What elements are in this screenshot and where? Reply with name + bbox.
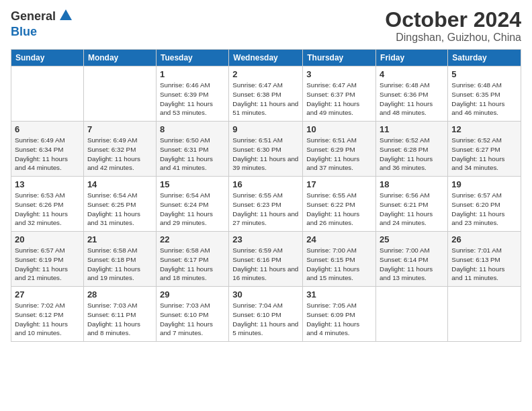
title-area: October 2024 Dingshan, Guizhou, China — [385, 8, 521, 44]
day-info: Sunrise: 7:00 AMSunset: 6:14 PMDaylight:… — [380, 246, 433, 281]
table-row: 30 Sunrise: 7:04 AMSunset: 6:10 PMDaylig… — [229, 287, 303, 342]
header-wednesday: Wednesday — [229, 50, 303, 66]
day-number: 17 — [306, 179, 372, 189]
table-row — [83, 66, 156, 122]
table-row: 3 Sunrise: 6:47 AMSunset: 6:37 PMDayligh… — [303, 66, 376, 122]
table-row: 4 Sunrise: 6:48 AMSunset: 6:36 PMDayligh… — [376, 66, 448, 122]
table-row: 27 Sunrise: 7:02 AMSunset: 6:12 PMDaylig… — [11, 287, 84, 342]
svg-marker-0 — [60, 9, 72, 20]
table-row: 2 Sunrise: 6:47 AMSunset: 6:38 PMDayligh… — [229, 66, 303, 122]
table-row: 15 Sunrise: 6:54 AMSunset: 6:24 PMDaylig… — [156, 177, 228, 232]
day-number: 19 — [451, 179, 517, 189]
day-number: 20 — [15, 234, 80, 244]
day-number: 2 — [232, 69, 299, 79]
day-info: Sunrise: 7:04 AMSunset: 6:10 PMDaylight:… — [232, 302, 298, 336]
table-row: 20 Sunrise: 6:57 AMSunset: 6:19 PMDaylig… — [11, 232, 84, 287]
day-info: Sunrise: 6:50 AMSunset: 6:31 PMDaylight:… — [160, 136, 213, 171]
calendar-week-row: 1 Sunrise: 6:46 AMSunset: 6:39 PMDayligh… — [11, 66, 521, 122]
day-info: Sunrise: 6:56 AMSunset: 6:21 PMDaylight:… — [380, 191, 433, 226]
day-number: 1 — [160, 69, 225, 79]
day-info: Sunrise: 7:03 AMSunset: 6:11 PMDaylight:… — [87, 302, 140, 336]
day-number: 29 — [160, 289, 225, 300]
day-info: Sunrise: 6:58 AMSunset: 6:18 PMDaylight:… — [87, 246, 140, 281]
table-row: 18 Sunrise: 6:56 AMSunset: 6:21 PMDaylig… — [376, 177, 448, 232]
main-title: October 2024 — [385, 8, 521, 32]
logo: General Blue — [11, 8, 73, 38]
day-info: Sunrise: 7:05 AMSunset: 6:09 PMDaylight:… — [306, 302, 359, 336]
day-info: Sunrise: 6:47 AMSunset: 6:37 PMDaylight:… — [306, 81, 359, 116]
logo-icon — [58, 8, 73, 26]
day-info: Sunrise: 6:48 AMSunset: 6:35 PMDaylight:… — [451, 81, 504, 116]
logo-text: General Blue — [11, 8, 73, 38]
day-number: 9 — [232, 124, 299, 134]
weekday-header-row: Sunday Monday Tuesday Wednesday Thursday… — [11, 50, 521, 66]
table-row: 12 Sunrise: 6:52 AMSunset: 6:27 PMDaylig… — [448, 122, 521, 177]
table-row: 26 Sunrise: 7:01 AMSunset: 6:13 PMDaylig… — [448, 232, 521, 287]
day-number: 31 — [306, 289, 372, 300]
table-row: 13 Sunrise: 6:53 AMSunset: 6:26 PMDaylig… — [11, 177, 84, 232]
calendar-table: Sunday Monday Tuesday Wednesday Thursday… — [11, 49, 521, 342]
day-number: 26 — [451, 234, 517, 244]
table-row: 9 Sunrise: 6:51 AMSunset: 6:30 PMDayligh… — [229, 122, 303, 177]
header: General Blue October 2024 Dingshan, Guiz… — [11, 8, 521, 44]
table-row: 23 Sunrise: 6:59 AMSunset: 6:16 PMDaylig… — [229, 232, 303, 287]
day-info: Sunrise: 6:59 AMSunset: 6:16 PMDaylight:… — [232, 246, 298, 281]
day-info: Sunrise: 6:55 AMSunset: 6:23 PMDaylight:… — [232, 191, 298, 226]
day-number: 10 — [306, 124, 372, 134]
day-number: 12 — [451, 124, 517, 134]
day-number: 21 — [87, 234, 152, 244]
table-row: 19 Sunrise: 6:57 AMSunset: 6:20 PMDaylig… — [448, 177, 521, 232]
table-row: 1 Sunrise: 6:46 AMSunset: 6:39 PMDayligh… — [156, 66, 228, 122]
table-row: 11 Sunrise: 6:52 AMSunset: 6:28 PMDaylig… — [376, 122, 448, 177]
logo-general: General — [11, 10, 56, 24]
day-number: 11 — [380, 124, 444, 134]
day-info: Sunrise: 6:51 AMSunset: 6:30 PMDaylight:… — [232, 136, 298, 171]
calendar-week-row: 20 Sunrise: 6:57 AMSunset: 6:19 PMDaylig… — [11, 232, 521, 287]
day-number: 30 — [232, 289, 299, 300]
day-info: Sunrise: 6:53 AMSunset: 6:26 PMDaylight:… — [15, 191, 68, 226]
table-row: 21 Sunrise: 6:58 AMSunset: 6:18 PMDaylig… — [83, 232, 156, 287]
day-info: Sunrise: 6:58 AMSunset: 6:17 PMDaylight:… — [160, 246, 213, 281]
day-number: 6 — [15, 124, 80, 134]
table-row: 8 Sunrise: 6:50 AMSunset: 6:31 PMDayligh… — [156, 122, 228, 177]
day-number: 25 — [380, 234, 444, 244]
day-info: Sunrise: 7:00 AMSunset: 6:15 PMDaylight:… — [306, 246, 359, 281]
table-row — [448, 287, 521, 342]
day-info: Sunrise: 6:54 AMSunset: 6:25 PMDaylight:… — [87, 191, 140, 226]
table-row: 17 Sunrise: 6:55 AMSunset: 6:22 PMDaylig… — [303, 177, 376, 232]
day-number: 24 — [306, 234, 372, 244]
day-info: Sunrise: 6:46 AMSunset: 6:39 PMDaylight:… — [160, 81, 213, 116]
table-row: 5 Sunrise: 6:48 AMSunset: 6:35 PMDayligh… — [448, 66, 521, 122]
logo-blue: Blue — [11, 26, 73, 39]
day-number: 27 — [15, 289, 80, 300]
header-friday: Friday — [376, 50, 448, 66]
day-info: Sunrise: 6:55 AMSunset: 6:22 PMDaylight:… — [306, 191, 359, 226]
table-row — [376, 287, 448, 342]
calendar-week-row: 6 Sunrise: 6:49 AMSunset: 6:34 PMDayligh… — [11, 122, 521, 177]
page: General Blue October 2024 Dingshan, Guiz… — [0, 0, 532, 411]
day-number: 13 — [15, 179, 80, 189]
table-row: 28 Sunrise: 7:03 AMSunset: 6:11 PMDaylig… — [83, 287, 156, 342]
day-number: 28 — [87, 289, 152, 300]
day-number: 8 — [160, 124, 225, 134]
day-number: 22 — [160, 234, 225, 244]
table-row — [11, 66, 84, 122]
day-info: Sunrise: 6:49 AMSunset: 6:34 PMDaylight:… — [15, 136, 68, 171]
table-row: 29 Sunrise: 7:03 AMSunset: 6:10 PMDaylig… — [156, 287, 228, 342]
day-number: 4 — [380, 69, 444, 79]
table-row: 7 Sunrise: 6:49 AMSunset: 6:32 PMDayligh… — [83, 122, 156, 177]
table-row: 31 Sunrise: 7:05 AMSunset: 6:09 PMDaylig… — [303, 287, 376, 342]
day-info: Sunrise: 6:52 AMSunset: 6:28 PMDaylight:… — [380, 136, 433, 171]
day-info: Sunrise: 7:01 AMSunset: 6:13 PMDaylight:… — [451, 246, 504, 281]
day-info: Sunrise: 6:49 AMSunset: 6:32 PMDaylight:… — [87, 136, 140, 171]
calendar-week-row: 27 Sunrise: 7:02 AMSunset: 6:12 PMDaylig… — [11, 287, 521, 342]
day-number: 5 — [451, 69, 517, 79]
header-tuesday: Tuesday — [156, 50, 228, 66]
header-saturday: Saturday — [448, 50, 521, 66]
day-info: Sunrise: 6:47 AMSunset: 6:38 PMDaylight:… — [232, 81, 298, 116]
table-row: 10 Sunrise: 6:51 AMSunset: 6:29 PMDaylig… — [303, 122, 376, 177]
header-thursday: Thursday — [303, 50, 376, 66]
table-row: 24 Sunrise: 7:00 AMSunset: 6:15 PMDaylig… — [303, 232, 376, 287]
header-sunday: Sunday — [11, 50, 84, 66]
day-number: 18 — [380, 179, 444, 189]
